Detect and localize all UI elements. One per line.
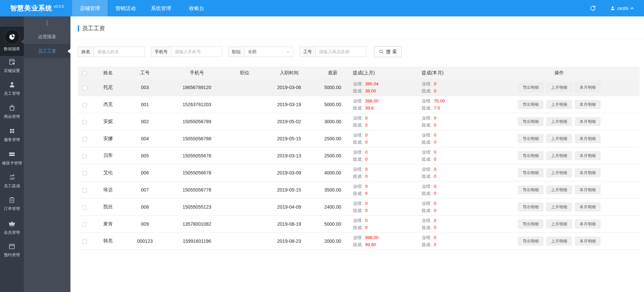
row-checkbox[interactable] (83, 205, 87, 210)
last-month-cell: 业绩:0 提成:0 (348, 166, 417, 180)
employee-jobno: 000123 (125, 238, 165, 244)
sidebar-item-stored-value-card[interactable]: 储值卡管理 (0, 149, 24, 172)
perf-label-last: 业绩: (353, 235, 363, 240)
comm-value-this: 0 (434, 174, 436, 179)
row-checkbox[interactable] (83, 188, 87, 193)
sidebar-item-service-management[interactable]: 服务管理 (0, 126, 24, 149)
name-input[interactable] (94, 47, 145, 57)
secondary-sidebar: 运营报表 员工工资 (24, 16, 70, 292)
export-detail-button[interactable]: 导出明细 (518, 134, 543, 143)
employee-hiredate: 2019-08-23 (261, 238, 318, 244)
comm-value-this: 7.5 (434, 105, 440, 111)
last-month-detail-button[interactable]: 上月明细 (546, 134, 572, 143)
perf-value-last: 0 (365, 116, 368, 121)
user-menu[interactable]: ceshi (610, 6, 634, 11)
primary-sidebar: 数据报表 店铺设置 员工管理 商品管理 (0, 16, 24, 292)
row-checkbox[interactable] (83, 103, 87, 107)
col-header-name: 姓名 (91, 70, 125, 76)
this-month-detail-button[interactable]: 本月明细 (575, 168, 600, 177)
last-month-detail-button[interactable]: 上月明细 (546, 117, 572, 126)
last-month-detail-button[interactable]: 上月明细 (546, 203, 572, 211)
comm-value-this: 0 (434, 225, 436, 230)
submenu-item-operations-report[interactable]: 运营报表 (24, 29, 70, 44)
tab-cashier[interactable]: 收银台 (179, 0, 214, 16)
sidebar-item-data-reports[interactable]: 数据报表 (0, 27, 24, 56)
export-detail-button[interactable]: 导出明细 (518, 186, 543, 194)
last-month-detail-button[interactable]: 上月明细 (546, 220, 572, 228)
row-checkbox[interactable] (83, 154, 87, 158)
sidebar-item-member-management[interactable]: 会员管理 (0, 218, 24, 241)
col-header-last-month: 提成(上月) (348, 69, 417, 76)
brand-logo: 智慧美业系统 v0.0.3 (0, 0, 72, 16)
this-month-detail-button[interactable]: 本月明细 (575, 134, 600, 143)
perf-value-this: 75.00 (434, 98, 445, 103)
filter-bar: 姓名 手机号 职位 全部 ▼ 工号 搜 索 (70, 39, 644, 57)
tab-marketing-activity[interactable]: 营销活动 (108, 0, 143, 16)
row-checkbox[interactable] (83, 222, 87, 227)
name-filter-group: 姓名 (78, 47, 145, 57)
last-month-detail-button[interactable]: 上月明细 (546, 168, 572, 177)
this-month-detail-button[interactable]: 本月明细 (575, 220, 600, 228)
row-checkbox[interactable] (83, 171, 87, 175)
export-detail-button[interactable]: 导出明细 (518, 100, 543, 109)
sidebar-item-product-management[interactable]: 商品管理 (0, 103, 24, 126)
export-detail-button[interactable]: 导出明细 (518, 237, 543, 245)
comm-label-this: 提成: (422, 157, 432, 162)
table-row: 艾伦 006 15055056678 2019-03-09 4000.00 业绩… (78, 164, 640, 181)
this-month-detail-button[interactable]: 本月明细 (575, 203, 600, 211)
last-month-detail-button[interactable]: 上月明细 (546, 100, 572, 109)
top-header: 智慧美业系统 v0.0.3 店铺管理 营销活动 系统管理 收银台 ceshi (0, 0, 644, 16)
this-month-detail-button[interactable]: 本月明细 (575, 237, 600, 245)
refresh-icon[interactable] (590, 5, 596, 11)
row-actions: 导出明细 上月明细 本月明细 (509, 220, 609, 228)
sidebar-item-staff-management[interactable]: 员工管理 (0, 80, 24, 103)
export-detail-button[interactable]: 导出明细 (518, 203, 543, 211)
comm-label-this: 提成: (422, 242, 432, 247)
tab-system-management[interactable]: 系统管理 (143, 0, 179, 16)
this-month-detail-button[interactable]: 本月明细 (575, 151, 600, 160)
export-detail-button[interactable]: 导出明细 (518, 220, 543, 228)
export-detail-button[interactable]: 导出明细 (518, 168, 543, 177)
username: ceshi (617, 6, 628, 11)
row-checkbox[interactable] (83, 239, 87, 244)
sidebar-item-shop-settings[interactable]: 店铺设置 (0, 57, 24, 80)
phone-input[interactable] (171, 47, 222, 57)
this-month-detail-button[interactable]: 本月明细 (575, 83, 600, 92)
sidebar-item-label: 预约管理 (4, 252, 20, 258)
submenu-item-staff-wages[interactable]: 员工工资 (24, 44, 70, 58)
phone-filter-label: 手机号 (151, 47, 171, 57)
row-checkbox[interactable] (83, 137, 87, 141)
employee-salary: 5000.00 (318, 221, 348, 227)
last-month-detail-button[interactable]: 上月明细 (546, 186, 572, 194)
last-month-detail-button[interactable]: 上月明细 (546, 151, 572, 160)
perf-label-this: 业绩: (422, 167, 432, 172)
row-checkbox[interactable] (83, 120, 87, 124)
row-checkbox[interactable] (83, 86, 87, 90)
employee-phone: 13578001082 (165, 221, 229, 227)
storefront-icon (8, 58, 16, 66)
this-month-detail-button[interactable]: 本月明细 (575, 117, 600, 126)
perf-value-this: 0 (434, 184, 436, 189)
brand-name: 智慧美业系统 (10, 4, 52, 13)
employee-name: 埃达 (91, 187, 125, 193)
last-month-detail-button[interactable]: 上月明细 (546, 237, 572, 245)
last-month-detail-button[interactable]: 上月明细 (546, 83, 572, 92)
this-month-detail-button[interactable]: 本月明细 (575, 186, 600, 194)
sidebar-item-appointment-management[interactable]: 预约管理 (0, 241, 24, 265)
search-icon (379, 49, 384, 54)
this-month-detail-button[interactable]: 本月明细 (575, 100, 600, 109)
last-month-cell: 业绩:0 提成:0 (348, 200, 417, 214)
search-button[interactable]: 搜 索 (374, 46, 401, 57)
jobno-input[interactable] (315, 47, 366, 57)
tab-shop-management[interactable]: 店铺管理 (72, 0, 108, 16)
comm-value-last: 0 (365, 140, 368, 145)
position-select[interactable]: 全部 ▼ (244, 47, 293, 57)
vertical-ellipsis-icon[interactable] (24, 16, 70, 29)
select-all-checkbox[interactable] (83, 71, 87, 75)
export-detail-button[interactable]: 导出明细 (518, 117, 543, 126)
sidebar-item-staff-commission[interactable]: 员工提成 (0, 172, 24, 195)
sidebar-item-order-management[interactable]: 订单管理 (0, 195, 24, 218)
export-detail-button[interactable]: 导出明细 (518, 151, 543, 160)
employee-name: 贝蒂 (91, 153, 125, 159)
export-detail-button[interactable]: 导出明细 (518, 83, 543, 92)
